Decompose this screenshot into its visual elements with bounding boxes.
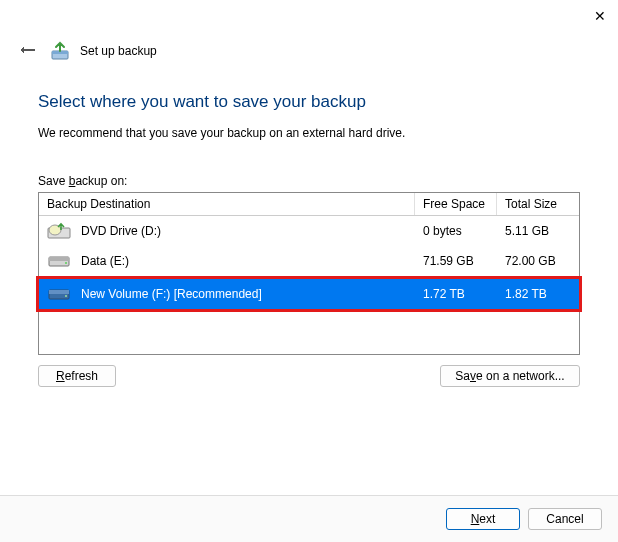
page-subtext: We recommend that you save your backup o…: [38, 126, 580, 140]
drive-row[interactable]: DVD Drive (D:) 0 bytes 5.11 GB: [39, 216, 579, 246]
wizard-footer: Next Cancel: [0, 495, 618, 542]
drive-free: 0 bytes: [415, 224, 497, 238]
drive-row[interactable]: New Volume (F:) [Recommended] 1.72 TB 1.…: [39, 279, 579, 309]
svg-point-9: [65, 295, 67, 297]
drive-row[interactable]: Data (E:) 71.59 GB 72.00 GB: [39, 246, 579, 276]
col-header-free[interactable]: Free Space: [415, 193, 497, 215]
drive-total: 5.11 GB: [497, 224, 579, 238]
hdd-drive-icon: [47, 252, 71, 270]
drive-total: 1.82 TB: [497, 287, 579, 301]
svg-rect-8: [49, 290, 69, 294]
drive-total: 72.00 GB: [497, 254, 579, 268]
grid-header: Backup Destination Free Space Total Size: [39, 193, 579, 216]
drive-list: Backup Destination Free Space Total Size…: [38, 192, 580, 355]
dvd-drive-icon: [47, 222, 71, 240]
svg-rect-5: [49, 257, 69, 261]
next-button[interactable]: Next: [446, 508, 520, 530]
svg-point-6: [65, 262, 67, 264]
col-header-destination[interactable]: Backup Destination: [39, 193, 415, 215]
drive-name: Data (E:): [81, 254, 129, 268]
window-title: Set up backup: [80, 44, 157, 58]
save-on-network-button[interactable]: Save on a network...: [440, 365, 580, 387]
drive-name: DVD Drive (D:): [81, 224, 161, 238]
selection-highlight: New Volume (F:) [Recommended] 1.72 TB 1.…: [36, 276, 582, 312]
cancel-button[interactable]: Cancel: [528, 508, 602, 530]
save-prompt: Save backup on:: [38, 174, 580, 188]
close-icon[interactable]: ✕: [594, 8, 606, 24]
page-heading: Select where you want to save your backu…: [38, 92, 580, 112]
col-header-total[interactable]: Total Size: [497, 193, 579, 215]
back-arrow-icon[interactable]: 🠔: [16, 40, 40, 62]
backup-icon: [50, 41, 70, 61]
drive-name: New Volume (F:) [Recommended]: [81, 287, 262, 301]
drive-free: 71.59 GB: [415, 254, 497, 268]
drive-free: 1.72 TB: [415, 287, 497, 301]
refresh-button[interactable]: Refresh: [38, 365, 116, 387]
wizard-header: 🠔 Set up backup: [0, 0, 618, 62]
hdd-drive-icon: [47, 285, 71, 303]
